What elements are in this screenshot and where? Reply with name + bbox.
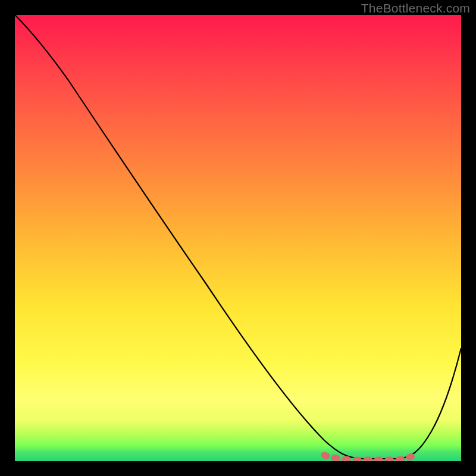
optimal-range-marker <box>324 453 418 460</box>
plot-area <box>15 15 461 461</box>
watermark-text: TheBottleneck.com <box>361 1 470 15</box>
bottleneck-curve <box>15 15 461 461</box>
curve-path <box>15 15 461 459</box>
chart-frame: TheBottleneck.com <box>0 0 476 476</box>
